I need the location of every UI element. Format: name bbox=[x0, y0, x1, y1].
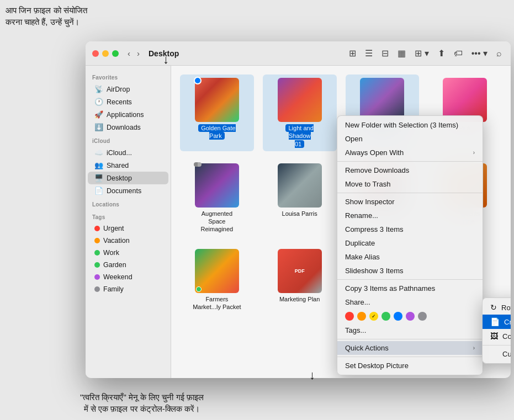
documents-icon: 📄 bbox=[94, 187, 103, 195]
sidebar-item-downloads[interactable]: ⬇️ Downloads bbox=[88, 121, 168, 134]
menu-item-quick-actions[interactable]: Quick Actions › bbox=[337, 341, 483, 355]
menu-item-tags[interactable]: Tags... bbox=[337, 323, 483, 337]
submenu-item-create-pdf[interactable]: 📄 Create PDF bbox=[483, 315, 511, 329]
file-item-augmented[interactable]: AugmentedSpace Reimagined bbox=[180, 160, 254, 237]
file-item-farmers[interactable]: FarmersMarket...ly Packet bbox=[180, 246, 254, 315]
submenu-item-convert-image[interactable]: 🖼 Convert Image bbox=[483, 329, 511, 343]
menu-label-compress: Compress 3 Items bbox=[345, 225, 403, 233]
more-button[interactable]: ••• ▾ bbox=[469, 47, 490, 60]
thumb-light-shadow bbox=[278, 78, 322, 122]
sidebar-section-locations: Locations bbox=[86, 197, 171, 210]
vacation-tag-dot bbox=[94, 238, 100, 243]
close-button[interactable] bbox=[92, 50, 99, 57]
sidebar-item-urgent[interactable]: Urgent bbox=[88, 222, 168, 235]
menu-item-rename[interactable]: Rename... bbox=[337, 209, 483, 222]
sidebar-item-vacation[interactable]: Vacation bbox=[88, 235, 168, 247]
tag-purple[interactable] bbox=[406, 312, 415, 321]
file-item-golden-gate[interactable]: Golden GatePark bbox=[180, 75, 254, 151]
file-item-louisa[interactable]: Louisa Parris bbox=[263, 160, 337, 237]
annotation-bottom: "त्वरित क्रियाएँ" मेनू के लिए चुनी गई फ़… bbox=[80, 391, 204, 414]
finder-window: ‹ › Desktop ⊞ ☰ ⊟ ▦ ⊞ ▾ ⬆ 🏷 ••• ▾ ⌕ Favo… bbox=[86, 41, 511, 378]
forward-button[interactable]: › bbox=[135, 47, 142, 59]
tag-gray[interactable] bbox=[418, 312, 427, 321]
menu-item-make-alias[interactable]: Make Alias bbox=[337, 250, 483, 264]
sidebar-item-airdrop[interactable]: 📡 AirDrop bbox=[88, 83, 168, 95]
sidebar-item-desktop[interactable]: 🖥️ Desktop bbox=[88, 172, 168, 184]
menu-label-open: Open bbox=[345, 135, 363, 143]
group-button[interactable]: ⊞ ▾ bbox=[412, 47, 431, 60]
airdrop-label: AirDrop bbox=[107, 86, 130, 93]
context-menu: New Folder with Selection (3 Items) Open… bbox=[337, 115, 483, 375]
view-list-button[interactable]: ☰ bbox=[363, 47, 375, 60]
submenu-label-create-pdf: Create PDF bbox=[504, 318, 511, 326]
menu-item-move-to-trash[interactable]: Move to Trash bbox=[337, 177, 483, 191]
menu-item-new-folder[interactable]: New Folder with Selection (3 Items) bbox=[337, 118, 483, 132]
rotate-right-icon: ↻ bbox=[490, 303, 497, 312]
create-pdf-icon: 📄 bbox=[490, 317, 500, 326]
menu-item-always-open-with[interactable]: Always Open With › bbox=[337, 146, 483, 160]
menu-divider-2 bbox=[337, 193, 483, 193]
menu-item-open[interactable]: Open bbox=[337, 132, 483, 146]
menu-label-copy-pathnames: Copy 3 Items as Pathnames bbox=[345, 284, 435, 293]
submenu-item-customize[interactable]: Customize... bbox=[483, 347, 511, 361]
search-button[interactable]: ⌕ bbox=[494, 47, 504, 60]
desktop-icon: 🖥️ bbox=[94, 174, 103, 182]
sidebar: Favorites 📡 AirDrop 🕐 Recents 🚀 Applicat… bbox=[86, 66, 171, 378]
menu-item-share[interactable]: Share... bbox=[337, 295, 483, 309]
view-grid-button[interactable]: ⊞ bbox=[347, 47, 358, 60]
file-item-light-shadow[interactable]: Light and Shadow01 bbox=[263, 75, 337, 151]
file-item-marketing[interactable]: PDF Marketing Plan bbox=[263, 246, 337, 315]
menu-item-compress[interactable]: Compress 3 Items bbox=[337, 222, 483, 236]
tag-red[interactable] bbox=[345, 312, 354, 321]
share-button[interactable]: ⬆ bbox=[436, 47, 447, 60]
work-tag-dot bbox=[94, 250, 100, 256]
menu-tags-row: ✓ bbox=[337, 309, 483, 323]
shared-label: Shared bbox=[107, 162, 129, 169]
menu-label-slideshow: Slideshow 3 Items bbox=[345, 267, 404, 275]
view-columns-button[interactable]: ⊟ bbox=[379, 47, 391, 60]
sidebar-item-weekend[interactable]: Weekend bbox=[88, 271, 168, 283]
submenu: ↻ Rotate Right 📄 Create PDF 🖼 Convert Im… bbox=[482, 297, 511, 364]
urgent-tag-dot bbox=[94, 226, 100, 231]
tag-green[interactable] bbox=[381, 312, 390, 321]
sidebar-section-favorites: Favorites bbox=[86, 70, 171, 83]
menu-label-new-folder: New Folder with Selection (3 Items) bbox=[345, 121, 458, 129]
maximize-button[interactable] bbox=[112, 50, 119, 57]
recents-label: Recents bbox=[107, 98, 132, 106]
sidebar-item-shared[interactable]: 👥 Shared bbox=[88, 159, 168, 172]
tag-orange[interactable] bbox=[357, 312, 366, 321]
tag-button[interactable]: 🏷 bbox=[452, 47, 465, 60]
file-name-marketing: Marketing Plan bbox=[279, 295, 320, 303]
menu-item-copy-pathnames[interactable]: Copy 3 Items as Pathnames bbox=[337, 281, 483, 295]
sidebar-item-work[interactable]: Work bbox=[88, 247, 168, 259]
menu-label-make-alias: Make Alias bbox=[345, 253, 380, 261]
sidebar-item-recents[interactable]: 🕐 Recents bbox=[88, 95, 168, 108]
menu-label-duplicate: Duplicate bbox=[345, 239, 375, 247]
downloads-label: Downloads bbox=[107, 124, 141, 131]
airdrop-icon: 📡 bbox=[94, 85, 103, 93]
back-button[interactable]: ‹ bbox=[125, 47, 133, 59]
minimize-button[interactable] bbox=[102, 50, 109, 57]
submenu-label-convert-image: Convert Image bbox=[502, 332, 511, 341]
tag-yellow[interactable]: ✓ bbox=[369, 312, 378, 321]
submenu-divider bbox=[483, 345, 511, 345]
sidebar-item-icloud[interactable]: ☁️ iCloud... bbox=[88, 146, 168, 159]
sidebar-item-applications[interactable]: 🚀 Applications bbox=[88, 108, 168, 121]
menu-item-set-desktop[interactable]: Set Desktop Picture bbox=[337, 359, 483, 373]
sync-icon-augmented bbox=[194, 162, 202, 167]
tag-blue[interactable] bbox=[394, 312, 402, 321]
menu-item-remove-downloads[interactable]: Remove Downloads bbox=[337, 163, 483, 177]
vacation-label: Vacation bbox=[103, 237, 130, 244]
sidebar-item-garden[interactable]: Garden bbox=[88, 259, 168, 271]
menu-item-show-inspector[interactable]: Show Inspector bbox=[337, 195, 483, 209]
menu-item-slideshow[interactable]: Slideshow 3 Items bbox=[337, 264, 483, 278]
sidebar-item-documents[interactable]: 📄 Documents bbox=[88, 184, 168, 197]
icloud-label: iCloud... bbox=[107, 149, 132, 157]
menu-divider-3 bbox=[337, 279, 483, 280]
menu-item-duplicate[interactable]: Duplicate bbox=[337, 236, 483, 250]
weekend-label: Weekend bbox=[103, 273, 133, 281]
view-gallery-button[interactable]: ▦ bbox=[395, 47, 408, 60]
sidebar-item-family[interactable]: Family bbox=[88, 283, 168, 295]
documents-label: Documents bbox=[107, 187, 141, 195]
submenu-item-rotate-right[interactable]: ↻ Rotate Right bbox=[483, 300, 511, 315]
